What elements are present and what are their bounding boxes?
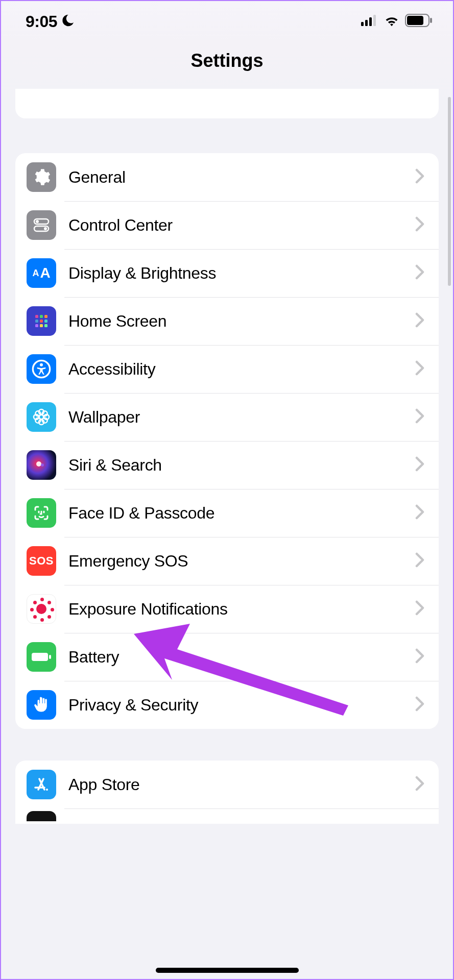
- settings-row-exposure-notifications[interactable]: Exposure Notifications: [15, 585, 439, 633]
- app-store-icon: [27, 770, 56, 799]
- navigation-header: Settings: [1, 42, 453, 89]
- svg-rect-17: [35, 324, 38, 327]
- chevron-right-icon: [415, 648, 424, 666]
- svg-rect-12: [40, 315, 43, 318]
- settings-row-app-store[interactable]: App Store: [15, 761, 439, 808]
- battery-icon: [405, 14, 433, 29]
- settings-screen: 9:05: [1, 1, 453, 979]
- settings-row-battery[interactable]: Battery: [15, 633, 439, 681]
- hand-privacy-icon: [27, 690, 56, 720]
- chevron-right-icon: [415, 696, 424, 714]
- svg-rect-19: [44, 324, 47, 327]
- scroll-indicator[interactable]: [448, 97, 451, 286]
- settings-row-display-brightness[interactable]: AA Display & Brightness: [15, 249, 439, 297]
- chevron-right-icon: [415, 312, 424, 330]
- face-id-icon: [27, 498, 56, 528]
- status-bar: 9:05: [1, 1, 453, 42]
- chevron-right-icon: [415, 776, 424, 793]
- svg-rect-3: [373, 15, 376, 26]
- flower-icon: [27, 402, 56, 432]
- home-indicator[interactable]: [156, 968, 299, 973]
- settings-row-control-center[interactable]: Control Center: [15, 201, 439, 249]
- settings-row-privacy-security[interactable]: Privacy & Security: [15, 681, 439, 729]
- sos-text: SOS: [29, 554, 54, 568]
- settings-group-partial-top: Screen Time: [15, 89, 439, 118]
- settings-row-accessibility[interactable]: Accessibility: [15, 345, 439, 393]
- toggle-switches-icon: [27, 210, 56, 240]
- chevron-right-icon: [415, 168, 424, 186]
- chevron-right-icon: [415, 408, 424, 426]
- settings-row-emergency-sos[interactable]: SOS Emergency SOS: [15, 537, 439, 585]
- wifi-icon: [384, 14, 400, 29]
- svg-point-8: [36, 220, 39, 223]
- settings-row-home-screen[interactable]: Home Screen: [15, 297, 439, 345]
- svg-point-21: [40, 363, 43, 366]
- battery-full-icon: [27, 642, 56, 672]
- settings-row-label: Privacy & Security: [68, 696, 415, 715]
- settings-row-label: Wallpaper: [68, 408, 415, 427]
- settings-row-label: Display & Brightness: [68, 264, 415, 283]
- chevron-right-icon: [415, 264, 424, 282]
- accessibility-icon: [27, 354, 56, 384]
- exposure-icon: [27, 594, 56, 624]
- chevron-right-icon: [415, 216, 424, 234]
- settings-row-general[interactable]: General: [15, 153, 439, 201]
- chevron-right-icon: [415, 456, 424, 474]
- settings-row-label: Accessibility: [68, 360, 415, 379]
- siri-icon: [27, 450, 56, 480]
- settings-row-wallpaper[interactable]: Wallpaper: [15, 393, 439, 441]
- settings-row-label: Control Center: [68, 216, 415, 235]
- chevron-right-icon: [415, 600, 424, 618]
- svg-rect-5: [407, 16, 423, 25]
- app-grid-icon: [27, 306, 56, 336]
- settings-row-label: General: [68, 168, 415, 187]
- cellular-signal-icon: [361, 15, 378, 28]
- do-not-disturb-icon: [60, 13, 76, 30]
- page-title: Settings: [1, 50, 453, 71]
- settings-row-label: Siri & Search: [68, 456, 415, 475]
- svg-point-38: [46, 789, 48, 791]
- sos-icon: SOS: [27, 546, 56, 576]
- chevron-right-icon: [415, 552, 424, 570]
- svg-rect-16: [44, 320, 47, 323]
- svg-point-10: [44, 227, 47, 230]
- settings-row-label: Home Screen: [68, 312, 415, 331]
- settings-group-device: General Control Center AA Display & Brig…: [15, 153, 439, 729]
- partial-icon: [27, 811, 56, 821]
- settings-group-store: App Store: [15, 761, 439, 824]
- svg-point-32: [41, 463, 44, 467]
- svg-rect-1: [365, 20, 368, 26]
- settings-row-screen-time[interactable]: Screen Time: [15, 89, 439, 116]
- svg-rect-11: [35, 315, 38, 318]
- settings-row-partial-bottom[interactable]: [15, 808, 439, 824]
- svg-rect-13: [44, 315, 47, 318]
- settings-row-label: App Store: [68, 775, 415, 794]
- settings-row-label: Battery: [68, 648, 415, 667]
- gear-icon: [27, 162, 56, 192]
- settings-row-label: Face ID & Passcode: [68, 504, 415, 523]
- svg-rect-14: [35, 320, 38, 323]
- svg-rect-6: [430, 18, 432, 23]
- svg-rect-18: [40, 324, 43, 327]
- svg-rect-33: [32, 653, 48, 661]
- svg-rect-0: [361, 22, 364, 26]
- settings-row-label: Emergency SOS: [68, 552, 415, 571]
- settings-row-label: Exposure Notifications: [68, 600, 415, 619]
- settings-row-siri-search[interactable]: Siri & Search: [15, 441, 439, 489]
- svg-rect-34: [49, 655, 51, 659]
- chevron-right-icon: [415, 360, 424, 378]
- status-time: 9:05: [26, 12, 57, 31]
- settings-row-face-id-passcode[interactable]: Face ID & Passcode: [15, 489, 439, 537]
- chevron-right-icon: [415, 504, 424, 522]
- status-right: [361, 14, 433, 29]
- text-size-icon: AA: [27, 258, 56, 288]
- svg-point-31: [36, 461, 41, 467]
- svg-rect-15: [40, 320, 43, 323]
- svg-rect-2: [369, 17, 372, 26]
- status-left: 9:05: [26, 12, 76, 31]
